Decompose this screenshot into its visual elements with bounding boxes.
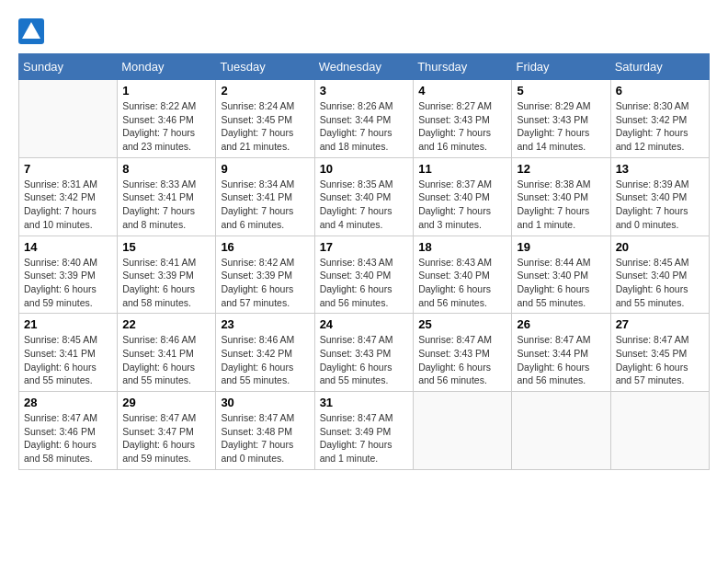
day-number: 14 — [24, 240, 112, 254]
day-cell: 28Sunrise: 8:47 AMSunset: 3:46 PMDayligh… — [19, 392, 118, 470]
day-cell: 18Sunrise: 8:43 AMSunset: 3:40 PMDayligh… — [414, 236, 512, 314]
day-number: 28 — [24, 396, 112, 409]
day-cell: 30Sunrise: 8:47 AMSunset: 3:48 PMDayligh… — [216, 392, 314, 470]
day-cell: 12Sunrise: 8:38 AMSunset: 3:40 PMDayligh… — [512, 157, 610, 236]
week-row-0: 1Sunrise: 8:22 AMSunset: 3:46 PMDaylight… — [19, 80, 710, 158]
day-info: Sunrise: 8:22 AMSunset: 3:46 PMDaylight:… — [122, 99, 210, 154]
day-header-monday: Monday — [118, 54, 216, 80]
day-info: Sunrise: 8:30 AMSunset: 3:42 PMDaylight:… — [616, 99, 704, 154]
day-number: 19 — [517, 240, 605, 254]
week-row-2: 14Sunrise: 8:40 AMSunset: 3:39 PMDayligh… — [19, 236, 710, 314]
day-cell: 31Sunrise: 8:47 AMSunset: 3:49 PMDayligh… — [314, 392, 414, 470]
day-number: 20 — [616, 240, 704, 254]
day-cell: 6Sunrise: 8:30 AMSunset: 3:42 PMDaylight… — [610, 80, 709, 158]
day-info: Sunrise: 8:43 AMSunset: 3:40 PMDaylight:… — [418, 256, 506, 310]
day-cell: 8Sunrise: 8:33 AMSunset: 3:41 PMDaylight… — [118, 157, 216, 236]
day-info: Sunrise: 8:46 AMSunset: 3:42 PMDaylight:… — [221, 333, 309, 387]
day-number: 31 — [320, 396, 409, 409]
day-info: Sunrise: 8:42 AMSunset: 3:39 PMDaylight:… — [221, 256, 309, 310]
day-cell: 29Sunrise: 8:47 AMSunset: 3:47 PMDayligh… — [118, 392, 216, 470]
day-cell: 15Sunrise: 8:41 AMSunset: 3:39 PMDayligh… — [118, 236, 216, 314]
day-info: Sunrise: 8:33 AMSunset: 3:41 PMDaylight:… — [122, 178, 210, 232]
day-cell: 26Sunrise: 8:47 AMSunset: 3:44 PMDayligh… — [512, 314, 610, 392]
day-cell: 23Sunrise: 8:46 AMSunset: 3:42 PMDayligh… — [216, 314, 314, 392]
day-cell: 9Sunrise: 8:34 AMSunset: 3:41 PMDaylight… — [216, 157, 314, 236]
week-row-3: 21Sunrise: 8:45 AMSunset: 3:41 PMDayligh… — [19, 314, 710, 392]
logo-icon — [18, 18, 44, 44]
day-info: Sunrise: 8:43 AMSunset: 3:40 PMDaylight:… — [320, 256, 409, 310]
day-info: Sunrise: 8:38 AMSunset: 3:40 PMDaylight:… — [517, 178, 605, 232]
day-cell: 3Sunrise: 8:26 AMSunset: 3:44 PMDaylight… — [314, 80, 414, 158]
day-cell: 19Sunrise: 8:44 AMSunset: 3:40 PMDayligh… — [512, 236, 610, 314]
day-header-thursday: Thursday — [414, 54, 512, 80]
day-info: Sunrise: 8:46 AMSunset: 3:41 PMDaylight:… — [122, 333, 210, 387]
day-number: 13 — [616, 162, 704, 176]
day-number: 29 — [122, 396, 210, 409]
day-info: Sunrise: 8:47 AMSunset: 3:43 PMDaylight:… — [418, 333, 506, 387]
day-info: Sunrise: 8:41 AMSunset: 3:39 PMDaylight:… — [122, 256, 210, 310]
day-cell: 17Sunrise: 8:43 AMSunset: 3:40 PMDayligh… — [314, 236, 414, 314]
day-number: 25 — [418, 317, 506, 331]
day-info: Sunrise: 8:27 AMSunset: 3:43 PMDaylight:… — [418, 99, 506, 154]
day-header-tuesday: Tuesday — [216, 54, 314, 80]
day-number: 5 — [517, 84, 605, 98]
day-cell: 1Sunrise: 8:22 AMSunset: 3:46 PMDaylight… — [118, 80, 216, 158]
day-cell — [512, 392, 610, 470]
day-number: 3 — [320, 84, 409, 98]
calendar-body: 1Sunrise: 8:22 AMSunset: 3:46 PMDaylight… — [19, 80, 710, 470]
day-number: 22 — [122, 317, 210, 331]
day-number: 24 — [320, 317, 409, 331]
day-cell: 10Sunrise: 8:35 AMSunset: 3:40 PMDayligh… — [314, 157, 414, 236]
day-number: 17 — [320, 240, 409, 254]
day-info: Sunrise: 8:24 AMSunset: 3:45 PMDaylight:… — [221, 99, 309, 154]
day-number: 4 — [418, 84, 506, 98]
day-info: Sunrise: 8:37 AMSunset: 3:40 PMDaylight:… — [418, 178, 506, 232]
day-info: Sunrise: 8:31 AMSunset: 3:42 PMDaylight:… — [24, 178, 112, 232]
day-info: Sunrise: 8:47 AMSunset: 3:49 PMDaylight:… — [320, 411, 409, 465]
day-number: 26 — [517, 317, 605, 331]
day-header-sunday: Sunday — [19, 54, 118, 80]
day-cell: 16Sunrise: 8:42 AMSunset: 3:39 PMDayligh… — [216, 236, 314, 314]
day-number: 30 — [221, 396, 309, 409]
day-cell — [19, 80, 118, 158]
day-info: Sunrise: 8:45 AMSunset: 3:41 PMDaylight:… — [24, 333, 112, 387]
day-number: 2 — [221, 84, 309, 98]
day-header-saturday: Saturday — [610, 54, 709, 80]
day-number: 10 — [320, 162, 409, 176]
day-info: Sunrise: 8:29 AMSunset: 3:43 PMDaylight:… — [517, 99, 605, 154]
day-cell — [610, 392, 709, 470]
day-cell: 20Sunrise: 8:45 AMSunset: 3:40 PMDayligh… — [610, 236, 709, 314]
logo — [18, 18, 48, 44]
day-info: Sunrise: 8:35 AMSunset: 3:40 PMDaylight:… — [320, 178, 409, 232]
day-info: Sunrise: 8:47 AMSunset: 3:44 PMDaylight:… — [517, 333, 605, 387]
day-info: Sunrise: 8:26 AMSunset: 3:44 PMDaylight:… — [320, 99, 409, 154]
day-cell: 2Sunrise: 8:24 AMSunset: 3:45 PMDaylight… — [216, 80, 314, 158]
day-info: Sunrise: 8:47 AMSunset: 3:46 PMDaylight:… — [24, 411, 112, 465]
day-info: Sunrise: 8:47 AMSunset: 3:48 PMDaylight:… — [221, 411, 309, 465]
day-info: Sunrise: 8:44 AMSunset: 3:40 PMDaylight:… — [517, 256, 605, 310]
day-number: 9 — [221, 162, 309, 176]
day-cell: 27Sunrise: 8:47 AMSunset: 3:45 PMDayligh… — [610, 314, 709, 392]
day-number: 27 — [616, 317, 704, 331]
day-number: 12 — [517, 162, 605, 176]
day-cell: 5Sunrise: 8:29 AMSunset: 3:43 PMDaylight… — [512, 80, 610, 158]
day-number: 23 — [221, 317, 309, 331]
day-number: 16 — [221, 240, 309, 254]
day-cell: 13Sunrise: 8:39 AMSunset: 3:40 PMDayligh… — [610, 157, 709, 236]
day-cell: 11Sunrise: 8:37 AMSunset: 3:40 PMDayligh… — [414, 157, 512, 236]
day-number: 6 — [616, 84, 704, 98]
day-cell: 7Sunrise: 8:31 AMSunset: 3:42 PMDaylight… — [19, 157, 118, 236]
calendar: SundayMondayTuesdayWednesdayThursdayFrid… — [18, 53, 710, 470]
day-header-wednesday: Wednesday — [314, 54, 414, 80]
day-number: 18 — [418, 240, 506, 254]
day-cell: 21Sunrise: 8:45 AMSunset: 3:41 PMDayligh… — [19, 314, 118, 392]
day-cell: 24Sunrise: 8:47 AMSunset: 3:43 PMDayligh… — [314, 314, 414, 392]
day-info: Sunrise: 8:34 AMSunset: 3:41 PMDaylight:… — [221, 178, 309, 232]
day-cell: 4Sunrise: 8:27 AMSunset: 3:43 PMDaylight… — [414, 80, 512, 158]
day-cell: 22Sunrise: 8:46 AMSunset: 3:41 PMDayligh… — [118, 314, 216, 392]
day-number: 11 — [418, 162, 506, 176]
day-header-friday: Friday — [512, 54, 610, 80]
header — [18, 18, 710, 44]
day-info: Sunrise: 8:47 AMSunset: 3:43 PMDaylight:… — [320, 333, 409, 387]
day-cell: 25Sunrise: 8:47 AMSunset: 3:43 PMDayligh… — [414, 314, 512, 392]
